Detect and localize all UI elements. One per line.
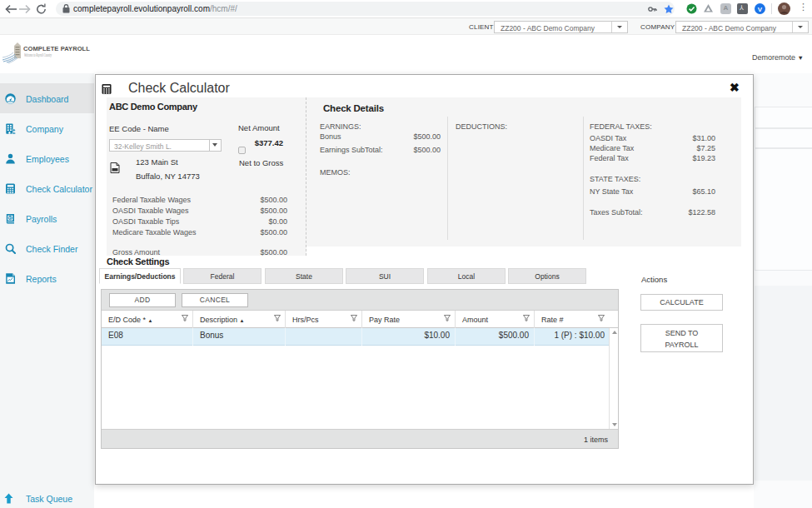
svg-text:V: V xyxy=(758,6,763,13)
svg-text:$: $ xyxy=(9,216,12,220)
